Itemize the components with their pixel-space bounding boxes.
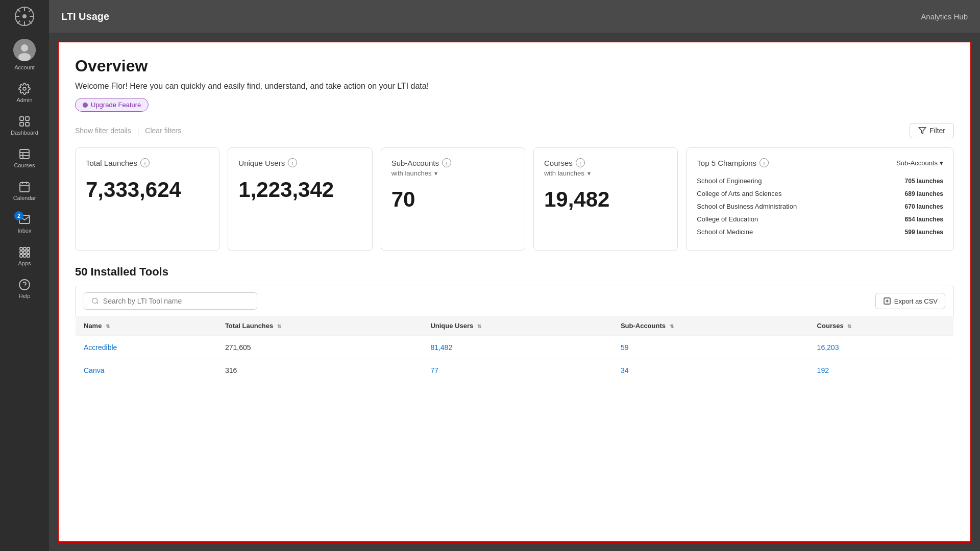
svg-rect-32 <box>20 255 22 257</box>
champion-row-4: School of Medicine 599 launches <box>697 226 943 238</box>
table-row: Accredible 271,605 81,482 59 16,203 <box>76 336 954 359</box>
stat-label-col-sub: Sub-Accounts i with launches ▾ <box>391 158 451 177</box>
filter-row: Show filter details | Clear filters Filt… <box>75 123 954 138</box>
sidebar-item-dashboard[interactable]: Dashboard <box>0 109 49 142</box>
row-1-unique-users: 77 <box>422 359 612 382</box>
svg-line-39 <box>96 303 98 304</box>
sort-icon-sub-accounts[interactable]: ⇅ <box>670 323 674 329</box>
stat-card-sub-accounts: Sub-Accounts i with launches ▾ 70 <box>381 147 525 251</box>
sidebar-item-calendar[interactable]: Calendar <box>0 174 49 207</box>
sidebar-item-label-dashboard: Dashboard <box>11 130 38 136</box>
champions-header: Top 5 Champions i Sub-Accounts ▾ <box>697 158 943 167</box>
svg-point-12 <box>18 53 31 61</box>
col-unique-users: Unique Users ⇅ <box>422 316 612 336</box>
filter-left: Show filter details | Clear filters <box>75 127 181 135</box>
topbar: LTI Usage Analytics Hub <box>49 0 980 33</box>
champion-launches-4: 599 launches <box>905 229 943 236</box>
svg-marker-37 <box>919 128 925 134</box>
filter-button[interactable]: Filter <box>910 123 954 138</box>
champions-dropdown-button[interactable]: Sub-Accounts ▾ <box>896 159 943 167</box>
row-0-sub-accounts: 59 <box>612 336 809 359</box>
sort-icon-total-launches[interactable]: ⇅ <box>277 323 281 329</box>
sub-accounts-info-icon[interactable]: i <box>442 158 451 167</box>
champion-name-3: College of Education <box>697 215 758 223</box>
tools-table-body: Accredible 271,605 81,482 59 16,203 <box>76 336 954 382</box>
sort-icon-name[interactable]: ⇅ <box>106 323 110 329</box>
export-icon <box>883 297 891 305</box>
inbox-badge: 2 <box>14 211 23 220</box>
show-filter-link[interactable]: Show filter details <box>75 127 131 135</box>
clear-filters-link[interactable]: Clear filters <box>145 127 181 135</box>
content-wrapper: Overview Welcome Flor! Here you can quic… <box>49 33 980 551</box>
total-launches-info-icon[interactable]: i <box>140 158 150 167</box>
col-total-launches: Total Launches ⇅ <box>217 316 422 336</box>
stat-label-total-launches: Total Launches i <box>86 158 209 167</box>
champions-info-icon[interactable]: i <box>760 158 769 167</box>
champion-row-3: College of Education 654 launches <box>697 213 943 226</box>
stat-value-courses: 19,482 <box>544 187 667 212</box>
svg-rect-34 <box>27 255 30 257</box>
sidebar-item-label-inbox: Inbox <box>18 228 32 234</box>
champions-title: Top 5 Champions i <box>697 158 769 167</box>
installed-tools-title: 50 Installed Tools <box>75 265 954 279</box>
svg-rect-28 <box>27 247 30 250</box>
filter-icon <box>918 127 926 135</box>
champion-name-0: School of Engineering <box>697 177 762 185</box>
stat-value-total-launches: 7,333,624 <box>86 178 209 202</box>
sort-icon-courses[interactable]: ⇅ <box>847 323 851 329</box>
search-input[interactable] <box>103 297 250 305</box>
upgrade-label: Upgrade Feature <box>91 101 141 109</box>
export-csv-button[interactable]: Export as CSV <box>875 293 945 309</box>
svg-rect-26 <box>20 247 22 250</box>
champions-dropdown-chevron: ▾ <box>940 159 943 167</box>
row-0-total-launches: 271,605 <box>217 336 422 359</box>
filter-btn-label: Filter <box>929 127 945 135</box>
col-name: Name ⇅ <box>76 316 217 336</box>
sidebar-item-account[interactable]: Account <box>0 33 49 77</box>
stat-label-courses: Courses i with launches ▾ <box>544 158 667 177</box>
svg-rect-18 <box>20 149 29 159</box>
stat-label-col-courses: Courses i with launches ▾ <box>544 158 591 177</box>
svg-point-38 <box>92 298 97 303</box>
sidebar-item-help[interactable]: Help <box>0 272 49 305</box>
svg-rect-16 <box>20 122 23 126</box>
svg-rect-33 <box>23 255 26 257</box>
tools-table: Name ⇅ Total Launches ⇅ Unique Users ⇅ <box>75 316 954 382</box>
tools-table-head: Name ⇅ Total Launches ⇅ Unique Users ⇅ <box>76 316 954 336</box>
upgrade-feature-button[interactable]: Upgrade Feature <box>75 98 149 112</box>
courses-sub-label: with launches ▾ <box>544 169 591 177</box>
courses-chevron[interactable]: ▾ <box>587 170 591 177</box>
welcome-text: Welcome Flor! Here you can quickly and e… <box>75 82 954 91</box>
sidebar-item-apps[interactable]: Apps <box>0 240 49 272</box>
row-1-courses: 192 <box>809 359 954 382</box>
search-box[interactable] <box>84 292 257 310</box>
sidebar-item-courses[interactable]: Courses <box>0 142 49 174</box>
row-0-courses: 16,203 <box>809 336 954 359</box>
sidebar-item-label-admin: Admin <box>16 97 32 103</box>
sidebar-item-label-help: Help <box>19 293 31 299</box>
champion-name-1: College of Arts and Sciences <box>697 190 781 197</box>
champion-launches-0: 705 launches <box>905 178 943 185</box>
analytics-hub-link[interactable]: Analytics Hub <box>921 12 968 21</box>
main-area: LTI Usage Analytics Hub Overview Welcome… <box>49 0 980 551</box>
courses-info-icon[interactable]: i <box>576 158 585 167</box>
champion-launches-3: 654 launches <box>905 216 943 223</box>
upgrade-dot <box>83 103 88 108</box>
sort-icon-unique-users[interactable]: ⇅ <box>477 323 481 329</box>
sidebar-item-label-apps: Apps <box>18 260 31 266</box>
sub-accounts-sub-label: with launches ▾ <box>391 169 451 177</box>
avatar <box>13 39 36 61</box>
row-1-name: Canva <box>76 359 217 382</box>
sidebar-item-inbox[interactable]: 2 Inbox <box>0 207 49 240</box>
sidebar-item-admin[interactable]: Admin <box>0 77 49 109</box>
overview-title: Overview <box>75 57 954 76</box>
tool-name-1[interactable]: Canva <box>84 366 104 374</box>
champion-row-2: School of Business Administration 670 la… <box>697 200 943 213</box>
champion-launches-1: 689 launches <box>905 190 943 197</box>
sub-accounts-chevron[interactable]: ▾ <box>434 170 437 177</box>
unique-users-info-icon[interactable]: i <box>288 158 297 167</box>
tools-toolbar: Export as CSV <box>75 286 954 316</box>
sidebar: Account Admin Dashboard Courses <box>0 0 49 551</box>
tool-name-0[interactable]: Accredible <box>84 343 117 352</box>
svg-point-1 <box>22 14 27 18</box>
